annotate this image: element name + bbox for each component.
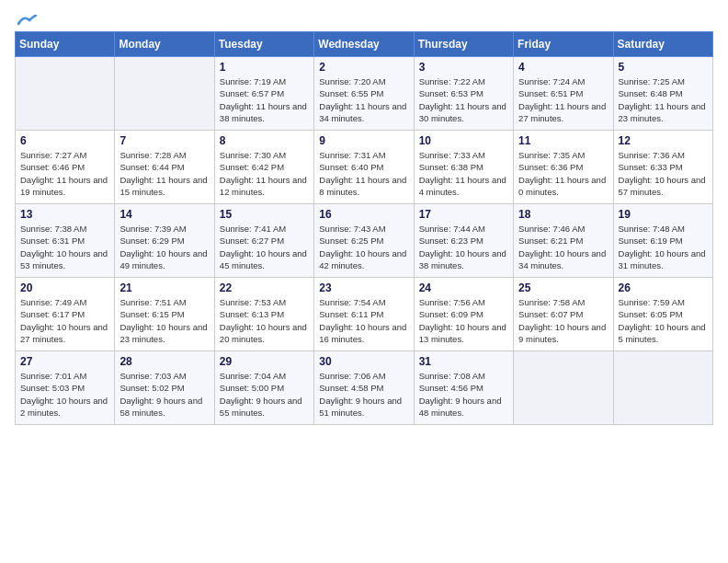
day-number: 28: [119, 355, 209, 368]
day-number: 5: [619, 61, 708, 74]
calendar-cell: 18Sunrise: 7:46 AM Sunset: 6:21 PM Dayli…: [514, 204, 613, 278]
day-number: 16: [319, 208, 408, 221]
day-number: 19: [619, 208, 708, 221]
calendar-cell: 10Sunrise: 7:33 AM Sunset: 6:38 PM Dayli…: [414, 131, 513, 204]
day-detail: Sunrise: 7:58 AM Sunset: 6:07 PM Dayligh…: [518, 296, 608, 345]
day-detail: Sunrise: 7:39 AM Sunset: 6:29 PM Dayligh…: [119, 223, 209, 271]
weekday-header-monday: Monday: [115, 32, 214, 57]
day-detail: Sunrise: 7:53 AM Sunset: 6:13 PM Dayligh…: [220, 296, 309, 345]
calendar-cell: [16, 57, 115, 131]
day-number: 21: [119, 282, 209, 294]
day-number: 7: [119, 134, 209, 147]
calendar-cell: [613, 351, 712, 425]
calendar-cell: 13Sunrise: 7:38 AM Sunset: 6:31 PM Dayli…: [16, 204, 115, 278]
calendar-cell: 6Sunrise: 7:27 AM Sunset: 6:46 PM Daylig…: [16, 131, 115, 204]
day-detail: Sunrise: 7:24 AM Sunset: 6:51 PM Dayligh…: [518, 75, 608, 124]
day-number: 24: [419, 282, 508, 294]
day-number: 23: [319, 282, 408, 294]
week-row-1: 1Sunrise: 7:19 AM Sunset: 6:57 PM Daylig…: [16, 57, 713, 131]
day-number: 9: [319, 134, 408, 147]
day-detail: Sunrise: 7:20 AM Sunset: 6:55 PM Dayligh…: [319, 75, 408, 124]
day-detail: Sunrise: 7:51 AM Sunset: 6:15 PM Dayligh…: [119, 296, 209, 345]
calendar-cell: 11Sunrise: 7:35 AM Sunset: 6:36 PM Dayli…: [514, 131, 613, 204]
day-detail: Sunrise: 7:04 AM Sunset: 5:00 PM Dayligh…: [220, 370, 309, 419]
calendar-cell: 19Sunrise: 7:48 AM Sunset: 6:19 PM Dayli…: [613, 204, 712, 278]
calendar-cell: 9Sunrise: 7:31 AM Sunset: 6:40 PM Daylig…: [314, 131, 414, 204]
day-detail: Sunrise: 7:36 AM Sunset: 6:33 PM Dayligh…: [619, 149, 708, 198]
day-number: 10: [419, 134, 508, 147]
week-row-4: 20Sunrise: 7:49 AM Sunset: 6:17 PM Dayli…: [16, 278, 713, 351]
day-detail: Sunrise: 7:30 AM Sunset: 6:42 PM Dayligh…: [220, 149, 309, 198]
day-number: 30: [319, 355, 408, 368]
day-detail: Sunrise: 7:41 AM Sunset: 6:27 PM Dayligh…: [220, 223, 309, 271]
week-row-5: 27Sunrise: 7:01 AM Sunset: 5:03 PM Dayli…: [16, 351, 713, 425]
day-detail: Sunrise: 7:35 AM Sunset: 6:36 PM Dayligh…: [518, 149, 608, 198]
weekday-header-tuesday: Tuesday: [214, 32, 313, 57]
calendar-cell: 29Sunrise: 7:04 AM Sunset: 5:00 PM Dayli…: [214, 351, 313, 425]
day-detail: Sunrise: 7:22 AM Sunset: 6:53 PM Dayligh…: [419, 75, 508, 124]
day-number: 27: [20, 355, 109, 368]
day-number: 25: [518, 282, 608, 294]
day-detail: Sunrise: 7:49 AM Sunset: 6:17 PM Dayligh…: [20, 296, 109, 345]
day-detail: Sunrise: 7:31 AM Sunset: 6:40 PM Dayligh…: [319, 149, 408, 198]
day-number: 14: [119, 208, 209, 221]
day-number: 1: [220, 61, 309, 74]
day-number: 4: [518, 61, 608, 74]
day-number: 26: [619, 282, 708, 294]
day-detail: Sunrise: 7:38 AM Sunset: 6:31 PM Dayligh…: [20, 223, 109, 271]
day-number: 15: [220, 208, 309, 221]
day-number: 17: [419, 208, 508, 221]
day-number: 12: [619, 134, 708, 147]
calendar-cell: 25Sunrise: 7:58 AM Sunset: 6:07 PM Dayli…: [514, 278, 613, 351]
day-number: 22: [220, 282, 309, 294]
day-detail: Sunrise: 7:46 AM Sunset: 6:21 PM Dayligh…: [518, 223, 608, 271]
day-number: 6: [20, 134, 109, 147]
calendar-cell: 7Sunrise: 7:28 AM Sunset: 6:44 PM Daylig…: [115, 131, 214, 204]
day-number: 18: [518, 208, 608, 221]
weekday-header-thursday: Thursday: [414, 32, 513, 57]
weekday-header-wednesday: Wednesday: [314, 32, 414, 57]
day-detail: Sunrise: 7:06 AM Sunset: 4:58 PM Dayligh…: [319, 370, 408, 419]
day-detail: Sunrise: 7:59 AM Sunset: 6:05 PM Dayligh…: [619, 296, 708, 345]
calendar-cell: 20Sunrise: 7:49 AM Sunset: 6:17 PM Dayli…: [16, 278, 115, 351]
logo: [15, 15, 37, 24]
calendar-cell: 5Sunrise: 7:25 AM Sunset: 6:48 PM Daylig…: [613, 57, 712, 131]
day-number: 11: [518, 134, 608, 147]
calendar-cell: [115, 57, 214, 131]
day-detail: Sunrise: 7:19 AM Sunset: 6:57 PM Dayligh…: [220, 75, 309, 124]
day-detail: Sunrise: 7:54 AM Sunset: 6:11 PM Dayligh…: [319, 296, 408, 345]
day-detail: Sunrise: 7:56 AM Sunset: 6:09 PM Dayligh…: [419, 296, 508, 345]
day-detail: Sunrise: 7:03 AM Sunset: 5:02 PM Dayligh…: [119, 370, 209, 419]
calendar-cell: 22Sunrise: 7:53 AM Sunset: 6:13 PM Dayli…: [214, 278, 313, 351]
weekday-header-sunday: Sunday: [16, 32, 115, 57]
day-detail: Sunrise: 7:27 AM Sunset: 6:46 PM Dayligh…: [20, 149, 109, 198]
calendar-cell: 31Sunrise: 7:08 AM Sunset: 4:56 PM Dayli…: [414, 351, 513, 425]
day-number: 8: [220, 134, 309, 147]
calendar-cell: 15Sunrise: 7:41 AM Sunset: 6:27 PM Dayli…: [214, 204, 313, 278]
day-number: 20: [20, 282, 109, 294]
calendar-cell: 27Sunrise: 7:01 AM Sunset: 5:03 PM Dayli…: [16, 351, 115, 425]
calendar-cell: 26Sunrise: 7:59 AM Sunset: 6:05 PM Dayli…: [613, 278, 712, 351]
calendar-cell: 17Sunrise: 7:44 AM Sunset: 6:23 PM Dayli…: [414, 204, 513, 278]
calendar-cell: 1Sunrise: 7:19 AM Sunset: 6:57 PM Daylig…: [214, 57, 313, 131]
calendar-cell: 30Sunrise: 7:06 AM Sunset: 4:58 PM Dayli…: [314, 351, 414, 425]
calendar-cell: [514, 351, 613, 425]
calendar-cell: 16Sunrise: 7:43 AM Sunset: 6:25 PM Dayli…: [314, 204, 414, 278]
calendar-cell: 3Sunrise: 7:22 AM Sunset: 6:53 PM Daylig…: [414, 57, 513, 131]
calendar-cell: 23Sunrise: 7:54 AM Sunset: 6:11 PM Dayli…: [314, 278, 414, 351]
header: [15, 15, 713, 24]
week-row-2: 6Sunrise: 7:27 AM Sunset: 6:46 PM Daylig…: [16, 131, 713, 204]
weekday-header-saturday: Saturday: [613, 32, 712, 57]
calendar-cell: 21Sunrise: 7:51 AM Sunset: 6:15 PM Dayli…: [115, 278, 214, 351]
weekday-header-row: SundayMondayTuesdayWednesdayThursdayFrid…: [16, 32, 713, 57]
calendar-cell: 14Sunrise: 7:39 AM Sunset: 6:29 PM Dayli…: [115, 204, 214, 278]
calendar-cell: 2Sunrise: 7:20 AM Sunset: 6:55 PM Daylig…: [314, 57, 414, 131]
calendar-cell: 12Sunrise: 7:36 AM Sunset: 6:33 PM Dayli…: [613, 131, 712, 204]
calendar-cell: 4Sunrise: 7:24 AM Sunset: 6:51 PM Daylig…: [514, 57, 613, 131]
logo-bird-icon: [17, 15, 37, 28]
day-detail: Sunrise: 7:25 AM Sunset: 6:48 PM Dayligh…: [619, 75, 708, 124]
day-number: 13: [20, 208, 109, 221]
day-detail: Sunrise: 7:44 AM Sunset: 6:23 PM Dayligh…: [419, 223, 508, 271]
day-detail: Sunrise: 7:48 AM Sunset: 6:19 PM Dayligh…: [619, 223, 708, 271]
day-number: 31: [419, 355, 508, 368]
